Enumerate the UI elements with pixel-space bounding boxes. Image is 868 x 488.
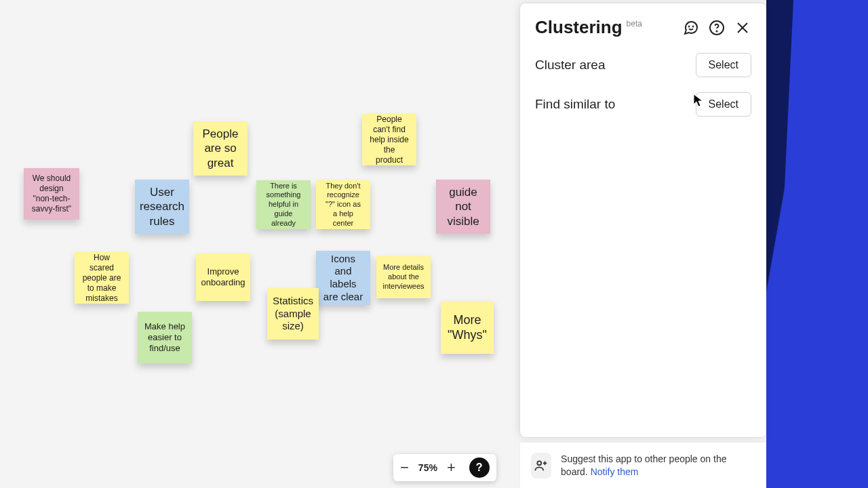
find-similar-label: Find similar to <box>535 97 615 112</box>
row-find-similar: Find similar to Select <box>535 92 751 117</box>
svg-point-0 <box>689 26 690 26</box>
sticky-note[interactable]: People are so great <box>193 121 248 176</box>
app-stage: We should design "non-tech-savvy-first"U… <box>0 0 868 488</box>
sticky-note[interactable]: Icons and labels are clear <box>316 251 370 305</box>
notify-link[interactable]: Notify them <box>591 466 639 477</box>
feedback-icon[interactable] <box>682 19 700 37</box>
sticky-note[interactable]: Make help easier to find/use <box>138 312 192 363</box>
suggest-text-body: Suggest this app to other people on the … <box>561 453 726 477</box>
sticky-note[interactable]: People can't find help inside the produc… <box>362 114 416 165</box>
sticky-note[interactable]: They don't recognize "?" icon as a help … <box>316 180 370 229</box>
sticky-note[interactable]: We should design "non-tech-savvy-first" <box>24 168 79 220</box>
sticky-note[interactable]: More details about the interviewees <box>376 256 431 298</box>
sticky-note[interactable]: How scared people are to make mistakes <box>75 252 129 304</box>
panel-header: Clustering beta <box>520 3 766 45</box>
cluster-area-select-button[interactable]: Select <box>696 53 751 77</box>
help-fab[interactable]: ? <box>469 458 490 478</box>
svg-point-6 <box>537 461 541 465</box>
panel-title: Clustering <box>535 17 623 38</box>
close-icon[interactable] <box>734 19 751 37</box>
zoom-level[interactable]: 75% <box>418 462 437 473</box>
zoom-out-button[interactable]: − <box>400 460 409 475</box>
zoom-toolbar: − 75% + ? <box>393 454 496 481</box>
sticky-note[interactable]: Improve onboarding <box>196 253 250 301</box>
svg-point-3 <box>716 30 717 31</box>
panel-actions <box>682 19 751 37</box>
sticky-note[interactable]: Statistics (sample size) <box>267 288 319 340</box>
sticky-note[interactable]: guide not visible <box>436 180 490 234</box>
row-cluster-area: Cluster area Select <box>535 53 751 77</box>
sticky-note[interactable]: There is something helpful in guide alre… <box>256 180 311 229</box>
suggest-bar: Suggest this app to other people on the … <box>520 442 766 488</box>
people-icon <box>531 453 551 479</box>
sticky-note[interactable]: More "Whys" <box>441 301 494 354</box>
clustering-panel: Clustering beta Cluster area Select Fi <box>520 3 766 437</box>
presentation-backdrop <box>766 0 868 488</box>
zoom-in-button[interactable]: + <box>447 460 456 475</box>
cluster-area-label: Cluster area <box>535 58 606 73</box>
beta-badge: beta <box>627 19 642 28</box>
suggest-text: Suggest this app to other people on the … <box>561 453 755 479</box>
svg-point-1 <box>693 26 694 26</box>
help-icon[interactable] <box>708 19 726 37</box>
sticky-note[interactable]: User research rules <box>135 180 189 234</box>
panel-body: Cluster area Select Find similar to Sele… <box>520 45 766 125</box>
find-similar-select-button[interactable]: Select <box>696 92 751 117</box>
